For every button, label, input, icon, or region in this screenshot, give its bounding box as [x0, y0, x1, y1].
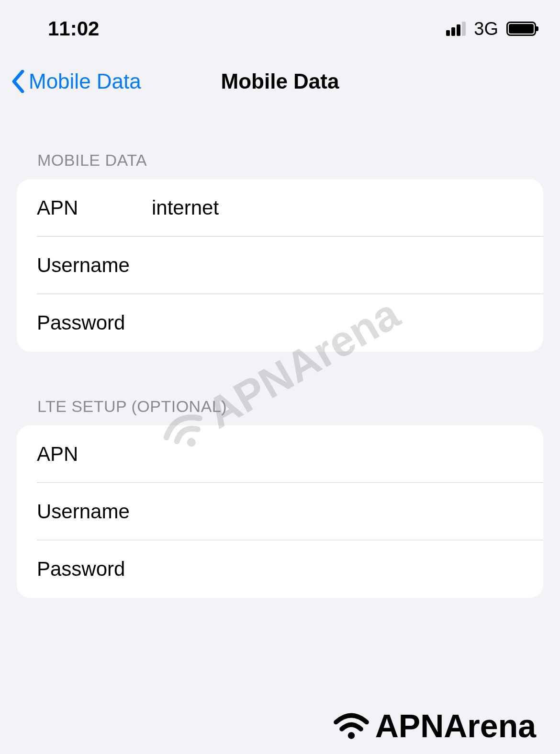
lte-username-input[interactable] [152, 500, 523, 523]
network-type: 3G [474, 19, 498, 39]
lte-apn-input[interactable] [152, 443, 523, 466]
section-header-lte: LTE SETUP (OPTIONAL) [0, 352, 560, 425]
section-header-mobile-data: MOBILE DATA [0, 105, 560, 179]
row-lte-apn[interactable]: APN [17, 425, 543, 483]
apn-input[interactable] [152, 196, 523, 219]
brand-footer: APNArena [332, 707, 536, 744]
nav-bar: Mobile Data Mobile Data [0, 57, 560, 105]
row-label: Username [37, 254, 152, 277]
row-label: APN [37, 443, 152, 466]
row-mobile-data-apn[interactable]: APN [17, 179, 543, 237]
battery-icon [506, 22, 536, 36]
status-bar: 11:02 3G [0, 0, 560, 57]
settings-group-lte: APN Username Password [17, 425, 543, 598]
row-lte-username[interactable]: Username [17, 483, 543, 540]
row-mobile-data-password[interactable]: Password [17, 294, 543, 352]
svg-point-1 [347, 732, 354, 739]
page-title: Mobile Data [221, 69, 339, 93]
back-button[interactable]: Mobile Data [0, 69, 141, 93]
status-time: 11:02 [48, 17, 99, 40]
lte-password-input[interactable] [152, 558, 523, 581]
row-label: APN [37, 196, 152, 219]
password-input[interactable] [152, 311, 523, 334]
row-lte-password[interactable]: Password [17, 540, 543, 598]
wifi-icon [332, 710, 370, 742]
row-mobile-data-username[interactable]: Username [17, 237, 543, 294]
signal-icon [446, 22, 466, 36]
chevron-left-icon [11, 70, 25, 93]
row-label: Username [37, 500, 152, 523]
row-label: Password [37, 558, 152, 581]
username-input[interactable] [152, 254, 523, 277]
settings-group-mobile-data: APN Username Password [17, 179, 543, 352]
status-right: 3G [446, 19, 536, 39]
back-label: Mobile Data [29, 69, 141, 93]
brand-text: APNArena [375, 707, 536, 744]
row-label: Password [37, 311, 152, 334]
